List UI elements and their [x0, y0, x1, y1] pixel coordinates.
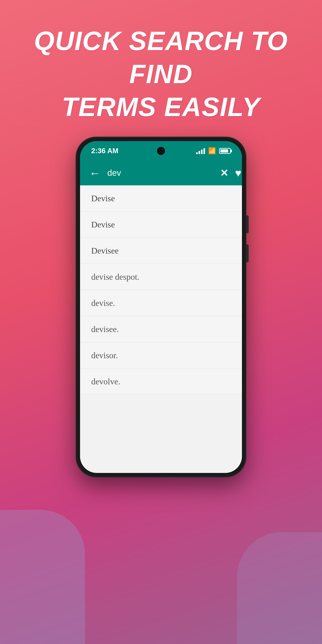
- phone-screen: 2:36 AM 📶: [80, 141, 242, 473]
- clear-button[interactable]: ✕: [220, 167, 228, 179]
- wifi-icon: 📶: [208, 147, 216, 154]
- list-item[interactable]: Devisee: [80, 238, 242, 264]
- background-shape-right: [237, 532, 322, 644]
- battery-fill: [220, 149, 228, 152]
- status-time: 2:36 AM: [91, 147, 118, 155]
- list-item[interactable]: Devise: [80, 185, 242, 212]
- status-bar: 2:36 AM 📶: [80, 141, 242, 161]
- search-results-list: Devise Devise Devisee devise despot. dev…: [80, 185, 242, 473]
- list-item[interactable]: devise.: [80, 290, 242, 316]
- title-line-2: TERMS EASILY: [62, 92, 260, 122]
- list-item[interactable]: Devise: [80, 212, 242, 238]
- page-title-block: QUICK SEARCH TO FIND TERMS EASILY: [0, 24, 322, 124]
- back-button[interactable]: ←: [89, 167, 100, 179]
- empty-results-area: [80, 395, 242, 473]
- phone-content: 2:36 AM 📶: [80, 141, 242, 473]
- result-text: Devisee: [91, 246, 118, 255]
- favorites-button[interactable]: ♥: [235, 167, 242, 179]
- app-toolbar[interactable]: ← ✕ ♥: [80, 161, 242, 185]
- status-icons: 📶: [196, 147, 231, 154]
- list-item[interactable]: devisee.: [80, 316, 242, 342]
- list-item[interactable]: devisor.: [80, 342, 242, 368]
- search-input[interactable]: [107, 166, 213, 180]
- list-item[interactable]: devise despot.: [80, 264, 242, 290]
- page-title: QUICK SEARCH TO FIND TERMS EASILY: [18, 24, 304, 124]
- title-line-1: QUICK SEARCH TO FIND: [34, 26, 288, 89]
- result-text: devisor.: [91, 350, 118, 360]
- result-text: Devise: [91, 194, 115, 203]
- background-shape-left: [0, 510, 85, 644]
- result-text: Devise: [91, 220, 115, 229]
- result-text: devolve.: [91, 377, 120, 386]
- phone-mockup: 2:36 AM 📶: [76, 137, 246, 477]
- result-text: devise despot.: [91, 272, 139, 282]
- signal-icon: [196, 148, 205, 154]
- battery-icon: [219, 148, 231, 154]
- phone-outer-shell: 2:36 AM 📶: [76, 137, 246, 477]
- list-item[interactable]: devolve.: [80, 368, 242, 395]
- result-text: devise.: [91, 298, 115, 308]
- camera-notch: [157, 147, 165, 155]
- result-text: devisee.: [91, 324, 119, 334]
